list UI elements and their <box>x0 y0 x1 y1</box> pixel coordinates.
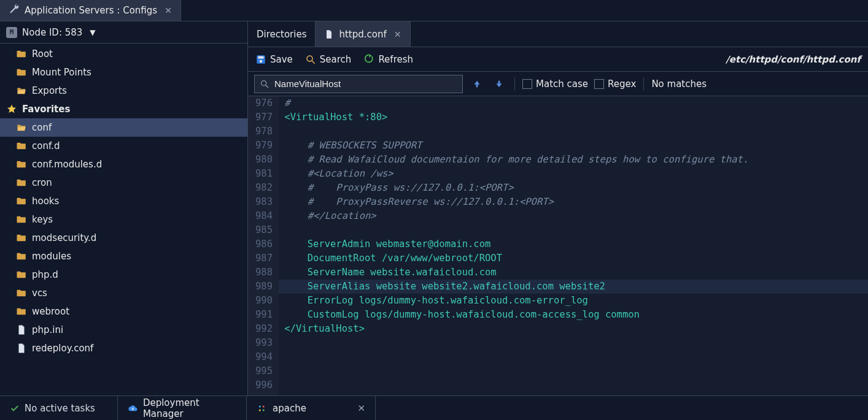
node-id-label: Node ID: 583 <box>22 27 82 38</box>
tree-item[interactable]: hooks <box>0 192 247 210</box>
tree-item[interactable]: php.d <box>0 265 247 284</box>
chevron-down-icon: ▼ <box>90 28 95 37</box>
folder-icon <box>16 67 27 78</box>
search-icon <box>305 54 316 65</box>
editor-tab[interactable]: Directories <box>248 21 316 47</box>
regex-toggle[interactable]: Regex <box>594 78 636 90</box>
file-icon <box>16 324 27 335</box>
editor-tab[interactable]: httpd.conf ✕ <box>316 21 410 47</box>
star-icon <box>6 104 17 115</box>
checkbox-icon <box>522 79 532 89</box>
close-icon[interactable]: ✕ <box>357 403 365 414</box>
search-input[interactable] <box>274 78 457 89</box>
window-tab[interactable]: Application Servers : Configs ✕ <box>0 0 181 21</box>
file-icon <box>16 343 27 354</box>
tree-item[interactable]: conf <box>0 118 247 137</box>
node-type-badge: M <box>6 27 17 38</box>
refresh-icon <box>363 54 374 65</box>
file-icon <box>324 29 334 39</box>
search-icon <box>260 79 269 89</box>
folder-icon <box>16 196 27 207</box>
close-icon[interactable]: ✕ <box>394 29 401 39</box>
favorites-section[interactable]: Favorites <box>0 100 247 118</box>
window-tab-label: Application Servers : Configs <box>25 5 157 16</box>
folder-icon <box>16 48 27 59</box>
match-case-toggle[interactable]: Match case <box>522 78 588 90</box>
tree-item[interactable]: Mount Points <box>0 63 247 82</box>
folder-open-icon <box>16 85 27 96</box>
tree-item[interactable]: php.ini <box>0 321 247 339</box>
tree-item[interactable]: redeploy.conf <box>0 339 247 357</box>
cloud-upload-icon <box>128 403 138 414</box>
deployment-manager-button[interactable]: Deployment Manager <box>118 396 247 420</box>
tree-item[interactable]: Exports <box>0 82 247 100</box>
search-next-button[interactable] <box>491 76 507 92</box>
env-tab-apache[interactable]: apache ✕ <box>247 396 376 420</box>
folder-open-icon <box>16 122 27 133</box>
folder-icon <box>16 232 27 243</box>
folder-icon <box>16 269 27 280</box>
search-label: Search <box>320 54 352 65</box>
folder-icon <box>16 288 27 299</box>
tree-item[interactable]: Root <box>0 45 247 63</box>
save-label: Save <box>270 54 293 65</box>
wrench-icon <box>9 4 20 17</box>
tree-item[interactable]: modules <box>0 247 247 265</box>
folder-icon <box>16 306 27 317</box>
tree-item[interactable]: webroot <box>0 302 247 321</box>
node-selector[interactable]: M Node ID: 583 ▼ <box>0 21 247 44</box>
folder-icon <box>16 177 27 188</box>
file-path: /etc/httpd/conf/httpd.conf <box>726 54 861 65</box>
tree-item[interactable]: conf.modules.d <box>0 155 247 174</box>
search-status: No matches <box>651 78 707 90</box>
tasks-status[interactable]: No active tasks <box>0 396 118 420</box>
tree-item[interactable]: vcs <box>0 284 247 302</box>
tree-item[interactable]: cron <box>0 174 247 192</box>
search-button[interactable]: Search <box>305 54 352 65</box>
tree-item[interactable]: keys <box>0 210 247 229</box>
save-button[interactable]: Save <box>255 54 293 65</box>
search-box[interactable] <box>254 75 463 93</box>
folder-icon <box>16 140 27 151</box>
folder-icon <box>16 159 27 170</box>
file-tree: Root Mount Points Exports Favorites conf… <box>0 44 247 395</box>
check-icon <box>10 403 20 413</box>
tree-item[interactable]: modsecurity.d <box>0 229 247 247</box>
folder-icon <box>16 251 27 262</box>
apache-icon <box>257 403 268 414</box>
folder-icon <box>16 214 27 225</box>
refresh-button[interactable]: Refresh <box>363 54 413 65</box>
window-tab-close-icon[interactable]: ✕ <box>165 6 172 15</box>
code-editor[interactable]: # <VirtualHost *:80> # WEBSOCKETS SUPPOR… <box>279 96 868 395</box>
save-icon <box>255 54 266 65</box>
checkbox-icon <box>594 79 604 89</box>
tree-item[interactable]: conf.d <box>0 137 247 155</box>
refresh-label: Refresh <box>378 54 413 65</box>
search-prev-button[interactable] <box>469 76 485 92</box>
